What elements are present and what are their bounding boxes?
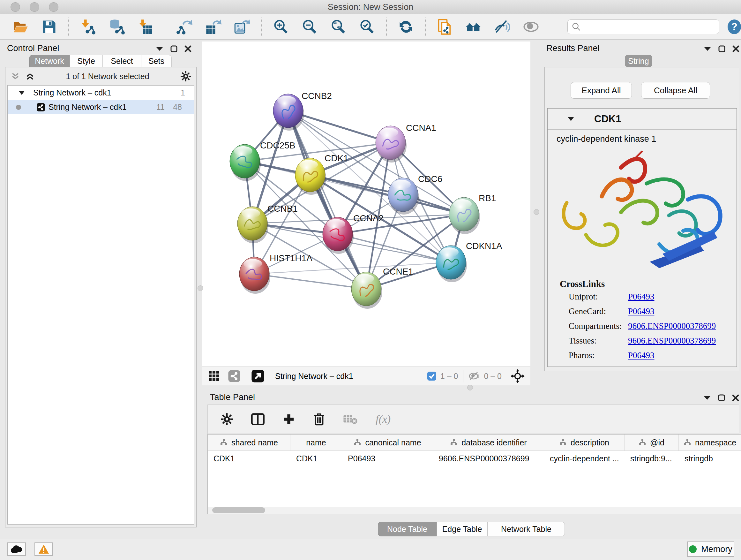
network-row[interactable]: String Network – cdk1 11 48: [8, 100, 194, 114]
table-cell[interactable]: P06493: [342, 451, 433, 466]
export-table-icon[interactable]: [205, 18, 221, 35]
string-hide-images-icon[interactable]: [494, 18, 511, 35]
collapse-all-icon[interactable]: [10, 71, 20, 81]
help-icon[interactable]: ?: [728, 19, 741, 34]
collection-expander-icon[interactable]: [18, 91, 25, 95]
node-label-CCNB2: CCNB2: [301, 91, 332, 101]
collapse-all-button[interactable]: Collapse All: [641, 82, 710, 99]
panel-float-icon[interactable]: [718, 394, 725, 401]
import-network-database-icon[interactable]: [109, 18, 125, 35]
column-header-name[interactable]: name: [290, 435, 342, 450]
open-session-icon[interactable]: [12, 18, 29, 35]
selected-checkbox-icon[interactable]: [427, 371, 436, 381]
crosslink-link[interactable]: P06493: [628, 307, 655, 321]
export-network-icon[interactable]: [176, 18, 193, 35]
panel-close-icon[interactable]: [732, 45, 739, 52]
crosslink-link[interactable]: 9606.ENSP00000378699: [628, 321, 716, 336]
column-header-shared-name[interactable]: shared name: [208, 435, 290, 450]
table-cell[interactable]: stringdb: [679, 451, 741, 466]
horizontal-scrollbar[interactable]: [208, 507, 741, 514]
column-header-namespace[interactable]: namespace: [679, 435, 741, 450]
left-splitter-handle[interactable]: [198, 286, 203, 291]
table-cell[interactable]: 9606.ENSP00000378699: [433, 451, 544, 466]
tab-edge-table[interactable]: Edge Table: [436, 522, 488, 537]
string-home-icon[interactable]: [465, 18, 482, 35]
column-header--id[interactable]: @id: [624, 435, 679, 450]
expand-all-button[interactable]: Expand All: [570, 82, 632, 99]
table-row[interactable]: CDK1CDK1P064939606.ENSP00000378699cyclin…: [208, 451, 741, 466]
import-network-file-icon[interactable]: [80, 18, 96, 35]
network-node-CDC25B[interactable]: [230, 144, 261, 181]
save-session-icon[interactable]: [41, 18, 57, 35]
import-table-file-icon[interactable]: [137, 18, 154, 35]
network-node-HIST1H1A[interactable]: [239, 257, 270, 294]
table-cell[interactable]: CDK1: [208, 451, 290, 466]
table-cell[interactable]: cyclin-dependent ...: [544, 451, 624, 466]
tab-style[interactable]: Style: [70, 55, 103, 67]
hidden-eye-icon: [468, 371, 480, 381]
expand-all-icon[interactable]: [25, 71, 35, 81]
column-header-description[interactable]: description: [544, 435, 624, 450]
crosslink-link[interactable]: P06493: [628, 351, 655, 365]
panel-menu-icon[interactable]: [703, 395, 711, 400]
table-body: CDK1CDK1P064939606.ENSP00000378699cyclin…: [208, 451, 741, 466]
birds-eye-view-icon[interactable]: [251, 369, 265, 383]
network-canvas[interactable]: CCNB2CCNA1CDC25BCDK1CDC6RB1CCNB1CCNA2CDK…: [202, 42, 530, 367]
show-columns-icon[interactable]: [251, 413, 265, 425]
right-splitter-handle[interactable]: [534, 209, 539, 215]
memory-label: Memory: [701, 544, 732, 554]
string-show-images-icon[interactable]: [523, 18, 539, 35]
grid-view-icon[interactable]: [208, 370, 220, 382]
refresh-icon[interactable]: [398, 18, 414, 35]
cloud-status-button[interactable]: [7, 543, 26, 556]
center-view-icon[interactable]: [511, 369, 525, 383]
column-header-database-identifier[interactable]: database identifier: [433, 435, 544, 450]
network-node-CCNB1[interactable]: [238, 206, 268, 243]
table-cell[interactable]: stringdb:9...: [624, 451, 679, 466]
tab-network-table[interactable]: Network Table: [488, 522, 565, 537]
crosslink-link[interactable]: P06493: [628, 292, 655, 307]
warning-status-button[interactable]: [35, 543, 53, 556]
gene-expander-icon[interactable]: [567, 117, 575, 121]
panel-close-icon[interactable]: [185, 45, 192, 52]
panel-float-icon[interactable]: [171, 45, 178, 52]
network-node-CCNA1[interactable]: [376, 126, 407, 163]
search-field[interactable]: [567, 19, 719, 34]
add-column-icon[interactable]: [282, 413, 295, 426]
zoom-fit-selected-icon[interactable]: [359, 18, 375, 35]
tab-network[interactable]: Network: [29, 55, 70, 67]
network-share-icon[interactable]: [228, 370, 241, 382]
panel-menu-icon[interactable]: [156, 46, 163, 51]
network-options-gear-icon[interactable]: [180, 71, 191, 82]
panel-close-icon[interactable]: [732, 394, 739, 401]
node-label-CDC25B: CDC25B: [260, 140, 295, 150]
network-node-RB1[interactable]: [449, 197, 480, 234]
panel-menu-icon[interactable]: [704, 46, 711, 51]
column-header-canonical-name[interactable]: canonical name: [342, 435, 433, 450]
zoom-fit-content-icon[interactable]: [330, 18, 347, 35]
network-node-CCNE1[interactable]: [351, 272, 382, 309]
crosslink-link[interactable]: 9606.ENSP00000378699: [628, 336, 716, 351]
node-label-CDK1: CDK1: [325, 153, 348, 163]
search-icon: [571, 22, 581, 32]
tab-string-results[interactable]: String: [625, 55, 652, 67]
network-node-CDKN1A[interactable]: [436, 246, 467, 282]
memory-button[interactable]: Memory: [687, 542, 734, 557]
network-node-CDK1[interactable]: [295, 158, 326, 195]
export-image-icon[interactable]: [233, 18, 250, 35]
panel-float-icon[interactable]: [718, 45, 725, 52]
delete-column-icon[interactable]: [313, 413, 325, 426]
network-node-CCNB2[interactable]: [273, 94, 304, 131]
table-cell[interactable]: CDK1: [290, 451, 342, 466]
string-copy-network-icon[interactable]: [436, 18, 453, 35]
network-node-CDC6[interactable]: [388, 178, 419, 214]
search-input[interactable]: [581, 22, 715, 31]
tab-select[interactable]: Select: [103, 55, 141, 67]
scrollbar-thumb[interactable]: [212, 507, 265, 513]
zoom-in-icon[interactable]: [273, 18, 289, 35]
tab-sets[interactable]: Sets: [141, 55, 172, 67]
network-collection-row[interactable]: String Network – cdk1 1: [8, 85, 194, 100]
tab-node-table[interactable]: Node Table: [378, 522, 436, 537]
table-options-gear-icon[interactable]: [220, 413, 233, 426]
zoom-out-icon[interactable]: [301, 18, 318, 35]
